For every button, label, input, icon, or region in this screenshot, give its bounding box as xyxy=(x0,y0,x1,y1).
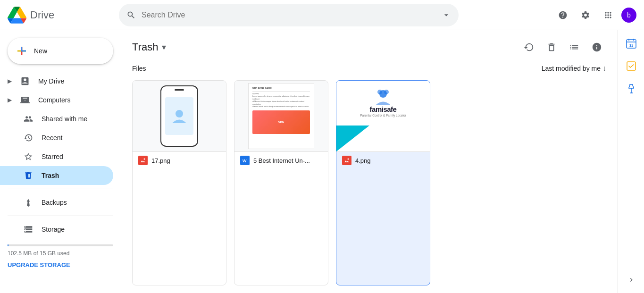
word-file-icon: W xyxy=(241,157,249,164)
new-button[interactable]: New xyxy=(8,38,113,64)
file-name-3: 4.png xyxy=(355,157,371,164)
sidebar-item-starred[interactable]: Starred xyxy=(0,147,113,166)
upgrade-storage-button[interactable]: UPGRADE STORAGE xyxy=(8,261,70,268)
body-layout: New ▶ My Drive ▶ Computers Shared with m… xyxy=(0,30,644,293)
list-view-icon xyxy=(569,42,579,52)
doc-image-preview: VPN xyxy=(252,110,310,134)
trash-nav-icon xyxy=(23,170,34,181)
sidebar-item-label-storage: Storage xyxy=(42,226,65,233)
info-icon xyxy=(592,42,602,52)
restore-all-button[interactable] xyxy=(519,38,538,57)
apps-button[interactable] xyxy=(599,6,618,25)
file-footer-2: W 5 Best Internet Un-... xyxy=(234,151,328,169)
file-name-2: 5 Best Internet Un-... xyxy=(253,157,310,164)
famisafe-tagline: Parental Control & Family Locator xyxy=(360,114,406,117)
my-drive-icon xyxy=(19,75,31,87)
file-thumbnail-3: famisafe Parental Control & Family Locat… xyxy=(336,81,430,151)
doc-image-inner: VPN xyxy=(252,110,310,134)
svg-point-10 xyxy=(384,90,389,94)
svg-point-9 xyxy=(377,90,382,94)
content-header: Trash ▾ xyxy=(121,30,618,60)
sidebar-item-shared[interactable]: Shared with me xyxy=(0,109,113,128)
storage-icon xyxy=(23,224,34,235)
list-view-button[interactable] xyxy=(565,38,584,57)
storage-section: 102.5 MB of 15 GB used UPGRADE STORAGE xyxy=(0,239,121,273)
sidebar-item-label-recent: Recent xyxy=(42,134,62,142)
sidebar-item-my-drive[interactable]: ▶ My Drive xyxy=(0,72,113,91)
starred-icon xyxy=(23,151,34,162)
files-label: Files xyxy=(132,65,146,72)
doc-text-preview: SurfVPN Lorem ipsum dolor sit amet conse… xyxy=(252,93,310,109)
file-card-1[interactable]: 17.png xyxy=(132,80,226,285)
recent-icon xyxy=(23,132,34,143)
svg-point-12 xyxy=(348,159,349,160)
phone-screen xyxy=(165,97,193,135)
main-content: Trash ▾ Files xyxy=(121,30,618,293)
delete-icon xyxy=(546,42,557,52)
file-footer-3: 4.png xyxy=(336,151,430,169)
calendar-app-button[interactable]: 31 xyxy=(622,34,641,53)
info-button[interactable] xyxy=(587,38,606,57)
plus-icon xyxy=(15,44,28,58)
computers-chevron: ▶ xyxy=(8,97,12,103)
sidebar-item-backups[interactable]: Backups xyxy=(0,193,113,212)
svg-point-5 xyxy=(144,159,145,160)
drive-logo-icon xyxy=(8,6,26,25)
logo-area: Drive xyxy=(8,6,111,25)
png-type-icon-1 xyxy=(138,156,148,165)
sidebar-item-label-my-drive: My Drive xyxy=(38,77,64,85)
word-type-icon: W xyxy=(240,156,250,165)
calendar-day-text: 31 xyxy=(629,44,633,47)
right-sidebar: 31 xyxy=(618,30,644,293)
sidebar-item-storage[interactable]: Storage xyxy=(0,220,113,239)
doc-divider xyxy=(252,91,310,92)
keep-app-button[interactable] xyxy=(622,79,641,98)
famisafe-logo-text: famisafe xyxy=(370,105,397,113)
search-input[interactable] xyxy=(142,11,436,19)
file-thumbnail-2: with Setup Guide SurfVPN Lorem ipsum dol… xyxy=(234,81,328,151)
svg-rect-4 xyxy=(139,157,147,164)
svg-rect-17 xyxy=(627,62,636,70)
sidebar-item-computers[interactable]: ▶ Computers xyxy=(0,91,113,109)
empty-trash-button[interactable] xyxy=(542,38,561,57)
image-file-icon-3 xyxy=(343,157,351,164)
new-plus-icon xyxy=(15,44,28,58)
help-button[interactable] xyxy=(553,6,572,25)
backups-icon xyxy=(23,197,34,208)
trash-title-area: Trash ▾ xyxy=(132,41,166,53)
user-avatar[interactable]: b xyxy=(621,8,636,23)
file-footer-1: 17.png xyxy=(133,151,226,169)
storage-bar-fill xyxy=(8,244,8,246)
image-file-icon xyxy=(139,157,147,164)
file-card-2[interactable]: with Setup Guide SurfVPN Lorem ipsum dol… xyxy=(234,80,328,285)
doc-title-preview: with Setup Guide xyxy=(252,86,310,90)
file-card-3[interactable]: famisafe Parental Control & Family Locat… xyxy=(336,80,430,285)
sidebar-divider xyxy=(8,189,113,189)
new-button-label: New xyxy=(34,47,47,55)
tasks-icon xyxy=(626,60,637,72)
search-icon xyxy=(126,10,136,20)
title-chevron-icon[interactable]: ▾ xyxy=(162,42,166,52)
settings-button[interactable] xyxy=(576,6,595,25)
search-bar[interactable] xyxy=(119,4,459,26)
search-chevron-icon[interactable] xyxy=(442,10,451,20)
phone-content-icon xyxy=(170,107,189,126)
keep-icon xyxy=(626,83,637,94)
png-type-icon-3 xyxy=(342,156,351,165)
help-icon xyxy=(558,10,568,20)
computers-icon xyxy=(19,94,31,106)
settings-icon xyxy=(581,10,590,20)
sort-label: Last modified by me xyxy=(542,65,601,72)
my-drive-chevron: ▶ xyxy=(8,78,12,84)
expand-panel-button[interactable] xyxy=(622,274,641,285)
sidebar-item-trash[interactable]: Trash xyxy=(0,166,113,185)
restore-icon xyxy=(524,42,534,52)
sidebar-item-recent[interactable]: Recent xyxy=(0,128,113,147)
sidebar-divider-2 xyxy=(8,216,113,216)
sidebar-item-label-shared: Shared with me xyxy=(42,115,87,123)
tasks-app-button[interactable] xyxy=(622,57,641,75)
svg-line-2 xyxy=(17,47,22,51)
file-grid: 17.png with Setup Guide SurfVPN Lorem ip… xyxy=(121,73,618,293)
sort-area[interactable]: Last modified by me ↓ xyxy=(542,64,606,73)
svg-point-3 xyxy=(176,110,183,117)
